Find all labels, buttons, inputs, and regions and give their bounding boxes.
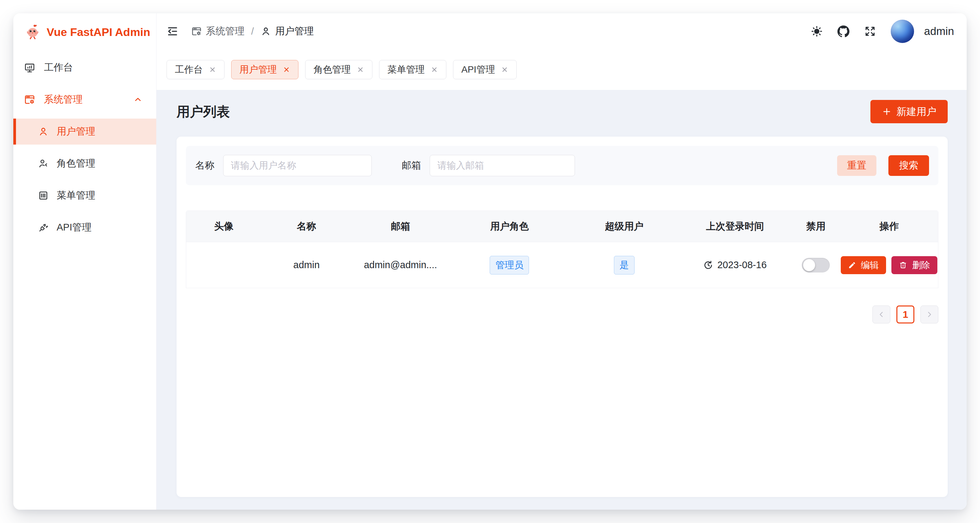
user-name[interactable]: admin bbox=[924, 25, 954, 38]
topbar: 系统管理 / 用户管理 bbox=[157, 13, 967, 49]
last-login-value: 2023-08-16 bbox=[717, 259, 767, 270]
close-icon[interactable] bbox=[501, 66, 508, 73]
sidebar-item-label: 菜单管理 bbox=[57, 189, 95, 202]
edit-button[interactable]: 编辑 bbox=[841, 256, 886, 274]
api-plug-icon bbox=[38, 222, 49, 233]
sidebar-item-label: 工作台 bbox=[44, 61, 73, 74]
sidebar-item-api[interactable]: API管理 bbox=[13, 215, 156, 240]
chevron-right-icon bbox=[925, 310, 934, 319]
breadcrumb-item-system[interactable]: 系统管理 bbox=[191, 25, 245, 38]
tab-workbench[interactable]: 工作台 bbox=[167, 60, 224, 79]
tab-label: 用户管理 bbox=[240, 63, 277, 76]
tab-users[interactable]: 用户管理 bbox=[231, 60, 299, 79]
column-header-role: 用户角色 bbox=[449, 220, 570, 233]
cell-superuser: 是 bbox=[570, 256, 679, 275]
close-icon[interactable] bbox=[209, 66, 216, 73]
cell-name: admin bbox=[261, 259, 352, 270]
window-settings-icon bbox=[24, 94, 35, 105]
fullscreen-button[interactable] bbox=[864, 25, 876, 37]
sidebar-item-system[interactable]: 系统管理 bbox=[13, 87, 156, 113]
cell-role: 管理员 bbox=[449, 256, 570, 275]
add-user-button[interactable]: 新建用户 bbox=[870, 100, 948, 123]
github-icon bbox=[837, 25, 850, 37]
toggle-knob bbox=[803, 259, 815, 271]
tab-api[interactable]: API管理 bbox=[453, 60, 517, 79]
app-title: Vue FastAPI Admin bbox=[47, 25, 150, 39]
app-window: Vue FastAPI Admin 工作台 bbox=[13, 13, 967, 510]
pagination-prev-button[interactable] bbox=[872, 305, 890, 323]
edit-label: 编辑 bbox=[861, 259, 879, 271]
theme-toggle-button[interactable] bbox=[811, 25, 823, 37]
sidebar-item-workbench[interactable]: 工作台 bbox=[13, 55, 156, 81]
column-header-disabled: 禁用 bbox=[791, 220, 840, 233]
close-icon[interactable] bbox=[357, 66, 364, 73]
filter-actions: 重置 搜索 bbox=[837, 155, 929, 176]
column-header-superuser: 超级用户 bbox=[570, 220, 679, 233]
disabled-toggle[interactable] bbox=[802, 258, 830, 272]
tab-label: 菜单管理 bbox=[387, 63, 425, 76]
cell-email: admin@admin.... bbox=[352, 259, 449, 270]
reset-button[interactable]: 重置 bbox=[837, 155, 877, 176]
email-filter-label: 邮箱 bbox=[402, 159, 421, 172]
breadcrumb-label: 系统管理 bbox=[206, 25, 245, 38]
theme-sun-icon bbox=[811, 25, 823, 37]
tabs-bar: 工作台 用户管理 角色管理 菜单管理 API管理 bbox=[157, 49, 967, 90]
fullscreen-icon bbox=[864, 25, 876, 37]
plus-icon bbox=[882, 107, 892, 117]
app-logo[interactable]: Vue FastAPI Admin bbox=[13, 13, 156, 50]
tab-menus[interactable]: 菜单管理 bbox=[379, 60, 446, 79]
sidebar-item-users[interactable]: 用户管理 bbox=[13, 119, 156, 145]
sidebar-collapse-button[interactable] bbox=[167, 25, 178, 37]
table-row: admin admin@admin.... 管理员 是 bbox=[186, 242, 938, 288]
tab-label: 角色管理 bbox=[313, 63, 351, 76]
column-header-avatar: 头像 bbox=[186, 220, 261, 233]
user-avatar[interactable] bbox=[891, 20, 914, 43]
page-title: 用户列表 bbox=[177, 103, 230, 121]
users-table: 头像 名称 邮箱 用户角色 超级用户 上次登录时间 禁用 操作 admin ad… bbox=[186, 211, 939, 288]
column-header-email: 邮箱 bbox=[352, 220, 449, 233]
delete-button[interactable]: 删除 bbox=[891, 256, 937, 274]
breadcrumb-item-users[interactable]: 用户管理 bbox=[261, 25, 314, 38]
sidebar-item-label: API管理 bbox=[57, 221, 92, 234]
sidebar-item-label: 系统管理 bbox=[44, 93, 83, 106]
cell-actions: 编辑 删除 bbox=[840, 256, 938, 274]
menu-fold-icon bbox=[167, 25, 178, 37]
table-header-row: 头像 名称 邮箱 用户角色 超级用户 上次登录时间 禁用 操作 bbox=[186, 211, 938, 242]
sidebar-item-menus[interactable]: 菜单管理 bbox=[13, 183, 156, 208]
sidebar: Vue FastAPI Admin 工作台 bbox=[13, 13, 157, 510]
page-header: 用户列表 新建用户 bbox=[177, 99, 948, 125]
tab-label: API管理 bbox=[461, 63, 495, 76]
role-icon bbox=[38, 158, 49, 169]
window-settings-icon bbox=[191, 26, 202, 37]
pencil-icon bbox=[848, 261, 856, 269]
tab-label: 工作台 bbox=[175, 63, 203, 76]
role-badge: 管理员 bbox=[490, 256, 529, 275]
github-button[interactable] bbox=[837, 25, 850, 37]
menu-list-icon bbox=[38, 190, 49, 201]
chevron-up-icon bbox=[132, 95, 143, 104]
column-header-actions: 操作 bbox=[840, 220, 938, 233]
clock-history-icon bbox=[703, 260, 713, 270]
breadcrumb-separator: / bbox=[251, 26, 254, 37]
breadcrumb: 系统管理 / 用户管理 bbox=[191, 25, 314, 38]
cell-last-login: 2023-08-16 bbox=[679, 259, 791, 270]
cell-disabled bbox=[791, 258, 840, 272]
sidebar-item-roles[interactable]: 角色管理 bbox=[13, 151, 156, 176]
tab-roles[interactable]: 角色管理 bbox=[305, 60, 372, 79]
add-user-label: 新建用户 bbox=[896, 105, 936, 119]
search-button[interactable]: 搜索 bbox=[888, 155, 929, 176]
close-icon[interactable] bbox=[283, 66, 290, 73]
email-filter-input[interactable] bbox=[430, 155, 575, 176]
main-area: 系统管理 / 用户管理 bbox=[157, 13, 967, 510]
pagination: 1 bbox=[186, 305, 939, 323]
column-header-last-login: 上次登录时间 bbox=[679, 220, 791, 233]
pagination-next-button[interactable] bbox=[920, 305, 939, 323]
monitor-icon bbox=[24, 62, 35, 73]
trash-icon bbox=[899, 261, 907, 270]
name-filter-label: 名称 bbox=[195, 159, 215, 172]
name-filter-input[interactable] bbox=[223, 155, 372, 176]
breadcrumb-label: 用户管理 bbox=[275, 25, 314, 38]
pagination-page-1[interactable]: 1 bbox=[896, 305, 915, 323]
close-icon[interactable] bbox=[431, 66, 438, 73]
column-header-name: 名称 bbox=[261, 220, 352, 233]
